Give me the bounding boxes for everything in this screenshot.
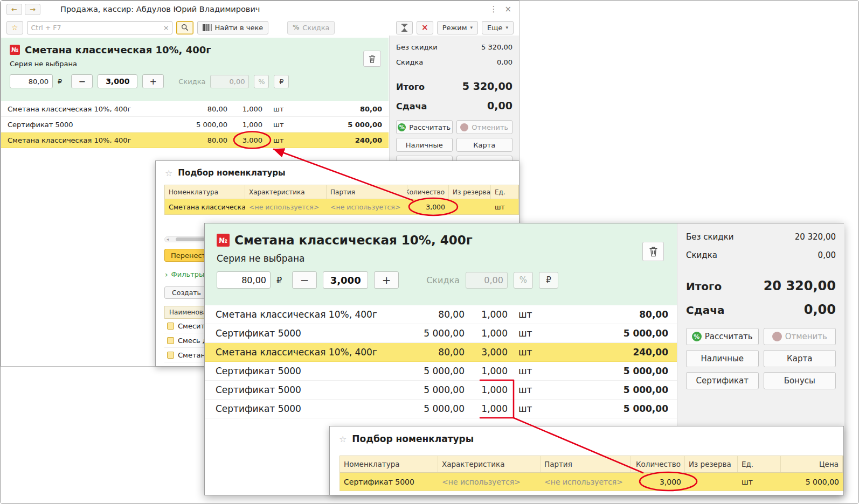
window-menu-icon[interactable]: ⋮	[487, 4, 500, 14]
cancel-button[interactable]: Отменить	[764, 328, 836, 345]
change-label: Сдача	[686, 304, 725, 317]
qty-plus-button[interactable]: +	[374, 271, 399, 289]
row-unit: шт	[267, 121, 296, 129]
back-button[interactable]: ←	[6, 4, 22, 15]
star-icon[interactable]: ☆	[339, 434, 347, 444]
discount-percent-button[interactable]: %	[254, 75, 269, 88]
receipt-row[interactable]: Сертификат 5000 5 000,00 1,000 шт 5 000,…	[205, 400, 677, 418]
favorites-button[interactable]: ☆	[6, 21, 23, 34]
cancel-label: Отменить	[785, 332, 827, 341]
discount-button[interactable]: % Скидка	[287, 21, 335, 34]
row-sum: 5 000,00	[550, 366, 677, 376]
row-qty: 1,000	[232, 121, 267, 129]
item-name: Сметана классическая 10%, 400г	[234, 233, 473, 247]
mode-button[interactable]: Режим ▾	[437, 21, 478, 34]
row-price: 80,00	[186, 136, 232, 144]
discount-ruble-button[interactable]: ₽	[539, 272, 558, 289]
row-unit: шт	[512, 366, 550, 376]
forward-button[interactable]: →	[25, 4, 40, 15]
current-item-panel: № Сметана классическая 10%, 400г Серия н…	[1, 38, 389, 101]
discount-input[interactable]	[210, 75, 249, 88]
receipt-row[interactable]: Сметана классическая 10%, 400г 80,00 1,0…	[1, 101, 389, 117]
no-discount-row: Без скидки 5 320,00	[396, 43, 512, 51]
search-button[interactable]	[176, 21, 193, 34]
row-price: 5 000,00	[399, 328, 469, 339]
qty-input[interactable]	[323, 271, 368, 289]
qty-minus-button[interactable]: −	[292, 271, 317, 289]
qty-minus-button[interactable]: −	[71, 74, 93, 88]
price-input[interactable]	[10, 74, 53, 88]
calculate-label: Рассчитать	[705, 332, 753, 341]
total-row: Итого 5 320,00	[396, 80, 512, 92]
cash-button[interactable]: Наличные	[396, 138, 453, 152]
discount-input[interactable]	[466, 272, 508, 289]
price-input[interactable]	[217, 271, 271, 289]
receipt-row[interactable]: Сертификат 5000 5 000,00 1,000 шт 5 000,…	[205, 324, 677, 343]
cell-price: 5 000,00	[781, 473, 843, 491]
percent-circle-icon: %	[692, 332, 702, 341]
card-button[interactable]: Карта	[456, 138, 513, 152]
card-button[interactable]: Карта	[764, 350, 836, 367]
picker-row-selected[interactable]: Сметана классическа... <не используется>…	[164, 199, 519, 215]
row-sum: 5 000,00	[550, 384, 677, 395]
total-value: 5 320,00	[462, 80, 512, 92]
cell-unit: шт	[491, 199, 518, 214]
cell-quantity[interactable]: 3,000	[407, 199, 449, 214]
picker-title: Подбор номенклатуры	[178, 168, 285, 178]
discount-percent-button[interactable]: %	[514, 272, 533, 289]
nomenclature-icon	[167, 352, 174, 359]
row-sum: 5 000,00	[550, 328, 677, 339]
receipt-row[interactable]: Сертификат 5000 5 000,00 1,000 шт 5 000,…	[1, 117, 389, 132]
cell-name: Сертификат 5000	[340, 473, 438, 491]
total-label: Итого	[396, 82, 425, 92]
magnifier-icon	[181, 24, 189, 31]
cash-button[interactable]: Наличные	[686, 350, 759, 367]
total-value: 20 320,00	[764, 278, 836, 293]
find-in-receipt-label: Найти в чеке	[215, 24, 264, 32]
discount-row: Скидка 0,00	[396, 58, 512, 66]
row-name: Сертификат 5000	[216, 403, 399, 414]
picker-row-selected[interactable]: Сертификат 5000 <не используется> <не ис…	[340, 473, 843, 491]
picker-titlebar: ☆ Подбор номенклатуры	[330, 426, 843, 451]
list-item-label: Смесь д	[178, 337, 207, 345]
percent-icon: %	[293, 24, 299, 31]
receipt-row[interactable]: Сметана классическая 10%, 400г 80,00 1,0…	[205, 305, 677, 324]
postponed-receipts-button[interactable]	[396, 21, 413, 34]
row-unit: шт	[512, 403, 550, 414]
cell-quantity[interactable]: 3,000	[631, 473, 685, 491]
receipt-row-selected[interactable]: Сметана классическая 10%, 400г 80,00 3,0…	[1, 132, 389, 148]
discount-ruble-button[interactable]: ₽	[274, 75, 289, 88]
search-input[interactable]	[27, 22, 172, 34]
picker-titlebar: ☆ Подбор номенклатуры	[156, 161, 519, 185]
delete-receipt-button[interactable]: ×	[417, 21, 433, 34]
trash-icon	[368, 54, 376, 64]
delete-item-button[interactable]	[363, 51, 381, 67]
bonus-button[interactable]: Бонусы	[764, 372, 836, 389]
row-price: 80,00	[399, 309, 469, 320]
delete-item-button[interactable]	[642, 242, 664, 261]
star-icon[interactable]: ☆	[165, 168, 172, 178]
col-quantity: Количество	[631, 456, 685, 472]
calculate-button[interactable]: % Рассчитать	[686, 328, 759, 345]
qty-input[interactable]	[98, 74, 137, 88]
no-discount-value: 5 320,00	[481, 43, 512, 51]
clear-search-icon[interactable]: ×	[163, 24, 169, 32]
find-in-receipt-button[interactable]: Найти в чеке	[197, 21, 269, 34]
star-icon: ☆	[11, 23, 18, 32]
cancel-circle-icon	[772, 332, 782, 341]
no-discount-row: Без скидки 20 320,00	[686, 232, 836, 242]
close-icon[interactable]: ×	[502, 4, 514, 14]
create-button[interactable]: Создать	[164, 286, 209, 299]
receipt-row[interactable]: Сертификат 5000 5 000,00 1,000 шт 5 000,…	[205, 381, 677, 400]
more-button[interactable]: Еще ▾	[482, 21, 514, 34]
qty-plus-button[interactable]: +	[142, 74, 164, 88]
row-price: 5 000,00	[399, 366, 469, 376]
certificate-button[interactable]: Сертификат	[686, 372, 759, 389]
row-name: Сертификат 5000	[216, 366, 399, 376]
receipt-row[interactable]: Сертификат 5000 5 000,00 1,000 шт 5 000,…	[205, 362, 677, 381]
row-sum: 80,00	[550, 309, 677, 320]
screenshot-stage: ← → Продажа, кассир: Абдулов Юрий Владим…	[0, 0, 859, 504]
receipt-row-selected[interactable]: Сметана классическая 10%, 400г 80,00 3,0…	[205, 343, 677, 362]
cancel-button[interactable]: Отменить	[456, 120, 513, 134]
calculate-button[interactable]: % Рассчитать	[396, 120, 453, 134]
